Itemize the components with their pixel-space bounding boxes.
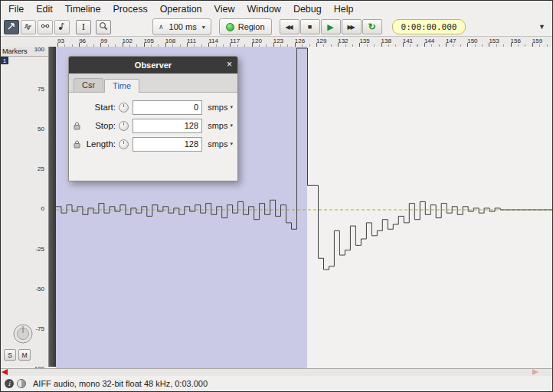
tab-csr[interactable]: Csr (74, 78, 103, 92)
right-bound-marker-icon[interactable] (532, 369, 538, 375)
amplitude-label: 100 (34, 46, 44, 54)
stop-button[interactable]: ■ (300, 19, 320, 34)
menu-help[interactable]: Help (328, 2, 360, 16)
amplitude-label: 50 (38, 126, 44, 133)
select-tool-button[interactable] (4, 20, 19, 34)
toolbar-overflow-arrow-icon[interactable]: ▼ (538, 23, 549, 31)
observer-row-length: Length:128smps▾ (72, 135, 233, 153)
field-label: Start: (82, 103, 116, 112)
ruler-label: 153 (489, 38, 499, 44)
unit-label: smps (208, 103, 227, 112)
vertical-scrollbar[interactable] (48, 47, 56, 367)
chevron-down-icon: ▾ (202, 24, 205, 31)
ruler-label: 117 (230, 38, 240, 44)
observer-row-stop: Stop:128smps▾ (72, 116, 233, 135)
ruler-label: 114 (208, 38, 218, 44)
toolbar: I ∧ 100 ms ▾ Region ◀◀ ■ ▶ ▶▶ ↻ 0:00:00.… (1, 18, 552, 37)
draw-tool-button[interactable] (21, 20, 36, 34)
select-arrow-icon (7, 20, 16, 34)
tab-time[interactable]: Time (104, 79, 139, 93)
ruler-label: 102 (123, 38, 133, 44)
close-icon[interactable]: × (227, 59, 232, 70)
step-wave-icon (24, 20, 33, 34)
menu-view[interactable]: View (208, 2, 241, 16)
start-input[interactable]: 0 (133, 100, 202, 115)
stop-input[interactable]: 128 (133, 119, 202, 133)
status-bar: i AIFF audio, mono 32-bit float 48 kHz, … (1, 376, 552, 391)
ruler-label: 150 (467, 38, 477, 44)
lock-icon[interactable] (72, 122, 82, 130)
field-label: Stop: (82, 121, 116, 130)
amplitude-label: 25 (38, 165, 44, 173)
unit-select[interactable]: smps▾ (202, 121, 233, 130)
length-input[interactable]: 128 (133, 137, 202, 152)
ruler-label: 93 (57, 38, 64, 44)
observer-row-start: Start:0smps▾ (72, 98, 233, 116)
region-dot-icon (226, 23, 234, 31)
chevron-down-icon: ▾ (230, 122, 233, 129)
time-display: 0:00:00.000 (392, 19, 466, 34)
rewind-button[interactable]: ◀◀ (280, 19, 299, 34)
chevron-down-icon: ▾ (230, 104, 233, 110)
ruler-label: 108 (165, 38, 175, 44)
zoom-tool-button[interactable] (96, 20, 111, 34)
spinner-dial-icon[interactable] (119, 139, 129, 149)
loop-icon: ↻ (368, 21, 376, 32)
observer-dialog: Observer × Csr Time Start:0smps▾Stop:128… (68, 56, 238, 181)
info-icon: i (5, 379, 14, 388)
marker-chip[interactable]: 1 (1, 57, 8, 64)
ruler-label: 159 (532, 38, 542, 44)
unit-select[interactable]: smps▾ (202, 103, 233, 112)
menu-file[interactable]: File (2, 2, 30, 16)
stretch-tool-button[interactable] (38, 20, 53, 34)
zoom-duration-select[interactable]: ∧ 100 ms ▾ (152, 18, 211, 35)
menu-timeline[interactable]: Timeline (59, 2, 107, 16)
magnifier-icon (99, 20, 108, 34)
play-button[interactable]: ▶ (321, 19, 341, 34)
transport-controls: ◀◀ ■ ▶ ▶▶ ↻ (280, 19, 383, 34)
note-icon (57, 20, 67, 34)
ibeam-icon: I (82, 23, 85, 31)
timeline-ruler[interactable]: 9396991021051081111141171201231261291321… (1, 37, 552, 47)
mute-button[interactable]: M (18, 349, 31, 361)
ruler-label: 126 (295, 38, 305, 44)
lock-icon[interactable] (72, 140, 82, 149)
observer-title: Observer (135, 60, 172, 70)
ruler-label: 96 (79, 38, 86, 44)
menu-operation[interactable]: Operation (154, 2, 208, 16)
field-label: Length: (82, 139, 116, 149)
unit-select[interactable]: smps▾ (202, 139, 233, 149)
chevron-down-icon: ▾ (230, 141, 233, 147)
ruler-label: 138 (381, 38, 391, 44)
ruler-label: 120 (252, 38, 262, 44)
region-label: Region (238, 22, 265, 31)
observer-titlebar[interactable]: Observer × (69, 57, 237, 74)
note-tool-button[interactable] (54, 20, 70, 34)
menu-window[interactable]: Window (241, 2, 286, 16)
ruler-label: 135 (359, 38, 369, 44)
gain-knob[interactable] (12, 323, 34, 348)
file-info-text: AIFF audio, mono 32-bit float 48 kHz, 0:… (33, 379, 208, 388)
ruler-label: 147 (446, 38, 456, 44)
menu-process[interactable]: Process (106, 2, 153, 16)
menu-edit[interactable]: Edit (30, 2, 59, 16)
fast-forward-button[interactable]: ▶▶ (342, 19, 362, 34)
stop-icon: ■ (308, 23, 312, 31)
stretch-icon (41, 20, 50, 34)
solo-button[interactable]: S (4, 349, 16, 361)
spinner-dial-icon[interactable] (119, 103, 129, 113)
zoom-duration-value: 100 ms (169, 22, 197, 31)
spinner-dial-icon[interactable] (119, 121, 129, 131)
left-bound-marker-icon[interactable] (2, 369, 8, 375)
amplitude-label: 75 (38, 86, 44, 93)
loop-button[interactable]: ↻ (362, 19, 382, 34)
waveform-area[interactable]: Observer × Csr Time Start:0smps▾Stop:128… (56, 47, 553, 368)
rewind-icon: ◀◀ (285, 24, 293, 31)
ruler-label: 99 (100, 38, 107, 44)
ibeam-cursor-button[interactable]: I (76, 20, 91, 34)
caret-icon: ∧ (159, 23, 164, 31)
region-button[interactable]: Region (219, 18, 272, 35)
observer-tabs: Csr Time (69, 74, 237, 93)
menu-debug[interactable]: Debug (287, 2, 328, 16)
unit-label: smps (208, 121, 227, 130)
